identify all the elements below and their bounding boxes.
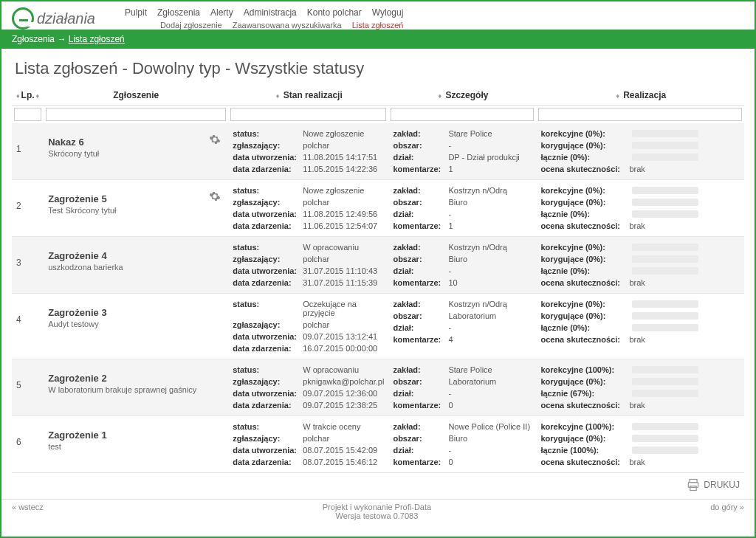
nav-wyloguj[interactable]: Wyloguj xyxy=(372,7,404,18)
progress-bar xyxy=(632,267,698,275)
header-row: ♦Lp.♦ Zgłoszenie ♦ Stan realizacji ♦ Szc… xyxy=(12,86,744,106)
row-status-cell: status:W opracowaniu zgłaszający:pknigaw… xyxy=(228,359,388,416)
table-row[interactable]: 5 Zagrożenie 2 W laboratorium brakuje sp… xyxy=(12,359,744,416)
subnav-item[interactable]: Dodaj zgłoszenie xyxy=(160,21,222,30)
filter-stan[interactable] xyxy=(230,108,386,121)
issue-subtitle: Audyt testowy xyxy=(48,320,224,328)
row-progress-cell: korekcyjne (100%): korygujące (0%): łącz… xyxy=(536,416,744,473)
progress-bar xyxy=(632,446,698,454)
row-status-cell: status:W opracowaniu zgłaszający:polchar… xyxy=(228,237,388,294)
gear-icon[interactable] xyxy=(209,134,221,148)
issue-title: Zagrożenie 1 xyxy=(48,430,224,441)
issue-title: Zagrożenie 5 xyxy=(48,193,224,204)
issue-title: Zagrożenie 4 xyxy=(48,250,224,261)
progress-bar xyxy=(632,244,698,251)
row-lp: 3 xyxy=(12,237,44,294)
progress-bar xyxy=(632,300,698,308)
nav: PulpitZgłoszeniaAlertyAdministracjaKonto… xyxy=(125,7,403,30)
issue-subtitle: Skrócony tytuł xyxy=(48,149,224,158)
progress-bar xyxy=(632,366,698,373)
row-details-cell: zakład:Kostrzyn n/Odrą obszar:Biuro dzia… xyxy=(388,180,536,237)
row-details-cell: zakład:Stare Police obszar:- dział:DP - … xyxy=(388,123,536,180)
issue-title: Zagrożenie 3 xyxy=(48,307,224,318)
footer-center: Projekt i wykonanie Profi-DataWersja tes… xyxy=(44,503,710,520)
row-status-cell: status:Nowe zgłoszenie zgłaszający:polch… xyxy=(228,123,388,180)
filter-realizacja[interactable] xyxy=(538,108,742,121)
issue-subtitle: W laboratorium brakuje sprawnej gaśnicy xyxy=(48,385,224,394)
filter-row xyxy=(12,106,744,124)
header: działania PulpitZgłoszeniaAlertyAdminist… xyxy=(1,1,755,30)
row-title-cell: Zagrożenie 5 Test Skrócony tytuł xyxy=(44,180,228,237)
breadcrumb-arrow: → xyxy=(57,34,66,44)
col-realizacja[interactable]: ♦ Realizacja xyxy=(536,86,744,106)
table-row[interactable]: 1 Nakaz 6 Skrócony tytuł status:Nowe zgł… xyxy=(12,123,744,180)
row-status-cell: status:Nowe zgłoszenie zgłaszający:polch… xyxy=(228,180,388,237)
filter-lp[interactable] xyxy=(14,108,41,121)
col-szczegoly[interactable]: ♦ Szczegóły xyxy=(388,86,536,106)
row-details-cell: zakład:Kostrzyn n/Odrą obszar:Laboratori… xyxy=(388,294,536,359)
col-lp[interactable]: ♦Lp.♦ xyxy=(12,86,44,106)
issue-title: Nakaz 6 xyxy=(48,137,224,148)
row-progress-cell: korekcyjne (0%): korygujące (0%): łączni… xyxy=(536,180,744,237)
row-title-cell: Zagrożenie 1 test xyxy=(44,416,228,473)
back-link[interactable]: « wstecz xyxy=(12,503,44,520)
nav-zgłoszenia[interactable]: Zgłoszenia xyxy=(157,7,200,18)
table-row[interactable]: 6 Zagrożenie 1 test status:W trakcie oce… xyxy=(12,416,744,473)
filter-zgloszenie[interactable] xyxy=(46,108,226,121)
table-row[interactable]: 4 Zagrożenie 3 Audyt testowy status:Ocze… xyxy=(12,294,744,359)
issue-subtitle: Test Skrócony tytuł xyxy=(48,206,224,215)
progress-bar xyxy=(632,435,698,442)
page-title: Lista zgłoszeń - Dowolny typ - Wszystkie… xyxy=(1,49,755,86)
row-title-cell: Zagrożenie 3 Audyt testowy xyxy=(44,294,228,359)
nav-main: PulpitZgłoszeniaAlertyAdministracjaKonto… xyxy=(125,7,403,18)
issue-subtitle: test xyxy=(48,442,224,451)
row-progress-cell: korekcyjne (100%): korygujące (0%): łącz… xyxy=(536,359,744,416)
row-title-cell: Zagrożenie 2 W laboratorium brakuje spra… xyxy=(44,359,228,416)
issues-table: ♦Lp.♦ Zgłoszenie ♦ Stan realizacji ♦ Szc… xyxy=(12,86,744,473)
row-lp: 6 xyxy=(12,416,44,473)
logo[interactable]: działania xyxy=(12,7,95,30)
print-button[interactable]: DRUKUJ xyxy=(686,477,740,492)
breadcrumb-root: Zgłoszenia xyxy=(12,34,55,44)
subnav-item[interactable]: Zaawansowana wyszukiwarka xyxy=(233,21,342,30)
progress-bar xyxy=(632,142,698,149)
breadcrumb: Zgłoszenia → Lista zgłoszeń xyxy=(1,30,755,49)
progress-bar xyxy=(632,199,698,206)
svg-rect-2 xyxy=(690,486,696,491)
row-details-cell: zakład:Nowe Police (Police II) obszar:Bi… xyxy=(388,416,536,473)
progress-bar xyxy=(632,130,698,137)
subnav-item[interactable]: Lista zgłoszeń xyxy=(352,21,404,30)
gear-icon[interactable] xyxy=(209,190,221,204)
logo-icon xyxy=(12,7,34,30)
nav-sub: Dodaj zgłoszenieZaawansowana wyszukiwark… xyxy=(125,21,403,30)
breadcrumb-current[interactable]: Lista zgłoszeń xyxy=(69,34,125,44)
filter-szczegoly[interactable] xyxy=(391,108,534,121)
progress-bar xyxy=(632,312,698,320)
progress-bar xyxy=(632,255,698,263)
row-progress-cell: korekcyjne (0%): korygujące (0%): łączni… xyxy=(536,294,744,359)
col-zgloszenie[interactable]: Zgłoszenie xyxy=(44,86,228,106)
row-lp: 2 xyxy=(12,180,44,237)
row-progress-cell: korekcyjne (0%): korygujące (0%): łączni… xyxy=(536,237,744,294)
col-stan[interactable]: ♦ Stan realizacji xyxy=(228,86,388,106)
progress-bar xyxy=(632,390,698,397)
up-link[interactable]: do góry » xyxy=(710,503,744,520)
row-title-cell: Nakaz 6 Skrócony tytuł xyxy=(44,123,228,180)
table-wrap: ♦Lp.♦ Zgłoszenie ♦ Stan realizacji ♦ Szc… xyxy=(1,86,755,473)
row-details-cell: zakład:Stare Police obszar:Laboratorium … xyxy=(388,359,536,416)
printer-icon xyxy=(686,477,701,492)
logo-text: działania xyxy=(37,10,95,27)
nav-pulpit[interactable]: Pulpit xyxy=(125,7,147,18)
bottom-bar: « wstecz Projekt i wykonanie Profi-DataW… xyxy=(1,499,755,523)
footer-actions: DRUKUJ xyxy=(1,473,755,499)
progress-bar xyxy=(632,154,698,161)
nav-konto polchar[interactable]: Konto polchar xyxy=(307,7,362,18)
progress-bar xyxy=(632,210,698,218)
table-row[interactable]: 3 Zagrożenie 4 uszkodzona barierka statu… xyxy=(12,237,744,294)
progress-bar xyxy=(632,324,698,331)
nav-alerty[interactable]: Alerty xyxy=(210,7,233,18)
row-lp: 1 xyxy=(12,123,44,180)
nav-administracja[interactable]: Administracja xyxy=(244,7,297,18)
table-row[interactable]: 2 Zagrożenie 5 Test Skrócony tytuł statu… xyxy=(12,180,744,237)
row-progress-cell: korekcyjne (0%): korygujące (0%): łączni… xyxy=(536,123,744,180)
